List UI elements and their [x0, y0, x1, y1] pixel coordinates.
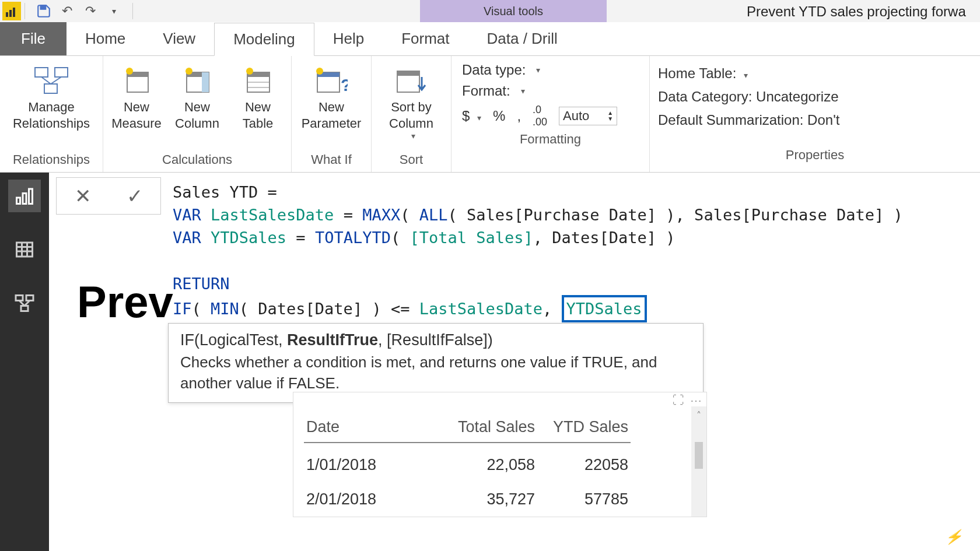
- svg-rect-35: [16, 296, 23, 301]
- relationships-icon: [34, 62, 69, 99]
- default-summarization-dropdown[interactable]: Default Summarization: Don't: [658, 108, 972, 132]
- column-header-ytd-sales[interactable]: YTD Sales: [537, 413, 631, 443]
- svg-point-24: [316, 68, 323, 75]
- table-scrollbar[interactable]: ˄: [691, 406, 706, 517]
- context-tab-visual-tools: Visual tools: [420, 0, 607, 22]
- svg-point-11: [126, 68, 133, 75]
- svg-rect-4: [35, 68, 48, 77]
- svg-rect-14: [202, 72, 209, 92]
- tab-help[interactable]: Help: [314, 22, 383, 55]
- svg-rect-27: [17, 198, 20, 204]
- document-title: Prevent YTD sales projecting forwa: [747, 0, 980, 22]
- report-canvas: ✕ ✓ Sales YTD = VAR LastSalesDate = MAXX…: [49, 173, 980, 551]
- app-logo: [2, 2, 21, 20]
- parameter-icon: ?: [315, 62, 348, 99]
- formula-commit-button[interactable]: ✓: [127, 184, 143, 208]
- undo-button[interactable]: ↶: [57, 2, 78, 20]
- format-label: Format:: [462, 83, 510, 99]
- ribbon: Manage Relationships Relationships New M…: [0, 56, 980, 173]
- new-parameter-button[interactable]: ? New Parameter: [296, 59, 366, 131]
- page-title: Prev: [77, 276, 176, 327]
- svg-rect-5: [55, 68, 68, 77]
- svg-rect-3: [41, 5, 46, 9]
- svg-text:?: ?: [341, 75, 348, 94]
- tab-home[interactable]: Home: [66, 22, 144, 55]
- svg-rect-6: [44, 84, 57, 93]
- svg-rect-1: [9, 10, 12, 17]
- sort-icon: [395, 62, 428, 99]
- new-measure-button[interactable]: New Measure: [108, 59, 165, 131]
- visual-options-icon[interactable]: ⋯: [690, 394, 702, 408]
- tab-modeling[interactable]: Modeling: [214, 23, 314, 56]
- new-table-button[interactable]: New Table: [229, 59, 286, 131]
- svg-rect-30: [17, 243, 33, 257]
- tab-format[interactable]: Format: [383, 22, 468, 55]
- svg-rect-2: [13, 8, 15, 17]
- table-row: 2/01/2018 35,727 57785: [293, 482, 706, 517]
- group-label-formatting: Formatting: [456, 131, 645, 150]
- data-type-label: Data type:: [462, 62, 526, 78]
- svg-rect-28: [23, 194, 26, 204]
- currency-button[interactable]: $ ▾: [462, 108, 481, 124]
- svg-rect-37: [21, 306, 28, 311]
- svg-rect-29: [29, 189, 33, 204]
- view-rail: [0, 173, 49, 551]
- manage-relationships-button[interactable]: Manage Relationships: [5, 59, 98, 131]
- column-icon: [183, 62, 211, 99]
- table-icon: [244, 62, 272, 99]
- svg-line-8: [51, 77, 61, 84]
- formula-cancel-button[interactable]: ✕: [75, 184, 91, 208]
- cursor-token: YTDSales: [562, 295, 647, 322]
- ribbon-tabs: File Home View Modeling Help Format Data…: [0, 22, 980, 56]
- tab-data-drill[interactable]: Data / Drill: [468, 22, 576, 55]
- svg-line-7: [41, 77, 51, 84]
- group-label-calculations: Calculations: [108, 151, 286, 171]
- column-header-total-sales[interactable]: Total Sales: [421, 413, 537, 443]
- report-view-button[interactable]: [8, 180, 41, 212]
- thousands-button[interactable]: ,: [517, 108, 521, 124]
- home-table-dropdown[interactable]: ▾: [740, 71, 748, 80]
- data-type-dropdown[interactable]: ▾: [533, 65, 540, 75]
- data-view-button[interactable]: [8, 233, 41, 266]
- column-header-date[interactable]: Date: [304, 413, 421, 443]
- svg-rect-0: [6, 12, 8, 17]
- focus-mode-icon[interactable]: ⛶: [673, 394, 684, 408]
- svg-point-20: [246, 68, 253, 75]
- redo-button[interactable]: ↷: [80, 2, 101, 20]
- new-column-button[interactable]: New Column: [169, 59, 226, 131]
- percent-button[interactable]: %: [493, 108, 505, 124]
- tab-file[interactable]: File: [0, 22, 66, 55]
- tab-view[interactable]: View: [144, 22, 214, 55]
- model-view-button[interactable]: [8, 287, 41, 320]
- scroll-up-icon[interactable]: ˄: [696, 410, 701, 421]
- group-label-properties: Properties: [658, 146, 972, 166]
- intellisense-tooltip: IF(LogicalTest, ResultIfTrue, [ResultIfF…: [168, 323, 704, 403]
- svg-rect-36: [26, 296, 33, 301]
- decimals-icon: .0.00: [533, 104, 547, 128]
- dax-formula-editor[interactable]: Sales YTD = VAR LastSalesDate = MAXX( AL…: [161, 173, 915, 331]
- watermark-icon: ⚡: [945, 529, 963, 545]
- measure-icon: [123, 62, 150, 99]
- sort-by-column-button[interactable]: Sort by Column▾: [376, 59, 446, 142]
- group-label-sort: Sort: [376, 151, 446, 171]
- qat-customize[interactable]: ▾: [103, 2, 124, 20]
- data-category-dropdown[interactable]: Data Category: Uncategorize: [658, 85, 972, 108]
- format-dropdown[interactable]: ▾: [517, 86, 525, 96]
- group-label-whatif: What If: [296, 151, 366, 171]
- table-row: 1/01/2018 22,058 22058: [293, 448, 706, 482]
- svg-point-15: [186, 68, 192, 75]
- group-label-relationships: Relationships: [5, 151, 98, 171]
- title-bar: ↶ ↷ ▾ Visual tools Prevent YTD sales pro…: [0, 0, 980, 22]
- decimal-places-input[interactable]: Auto ▲▼: [559, 107, 617, 125]
- table-visual[interactable]: ⛶ ⋯ Date Total Sales YTD Sales 1/01/2018…: [293, 392, 707, 517]
- home-table-label: Home Table:: [658, 65, 736, 81]
- save-button[interactable]: [33, 2, 54, 20]
- svg-rect-26: [397, 71, 419, 76]
